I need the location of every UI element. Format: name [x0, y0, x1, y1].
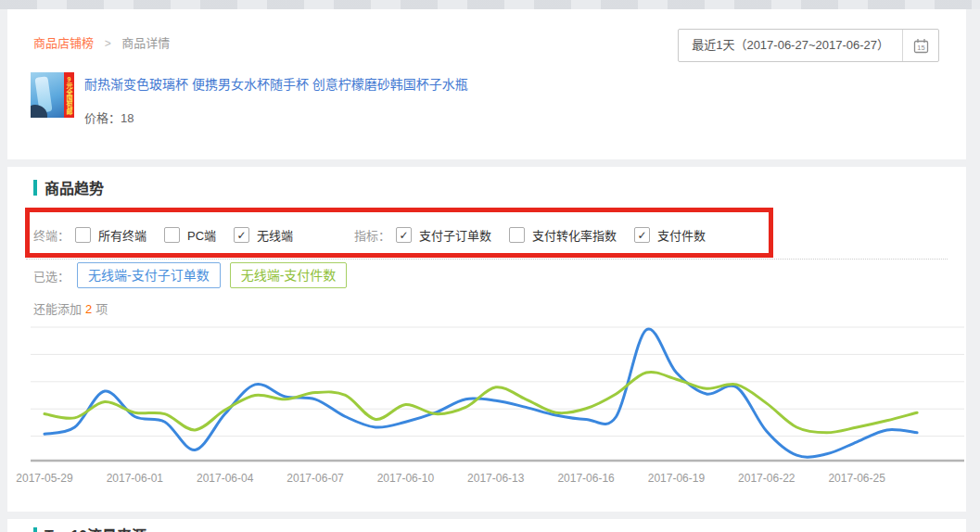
- checkbox-option[interactable]: 支付转化率指数: [509, 226, 617, 244]
- unchecked-checkbox-icon[interactable]: [509, 227, 525, 243]
- breadcrumb-item-rank[interactable]: 商品店铺榜: [33, 36, 94, 50]
- section-accent-bar: [33, 527, 37, 532]
- x-axis-tick-label: 2017-06-07: [286, 472, 343, 485]
- checkbox-option[interactable]: ✓支付件数: [634, 226, 706, 244]
- checked-checkbox-icon[interactable]: ✓: [396, 227, 412, 243]
- x-axis-tick-label: 2017-06-13: [467, 472, 524, 485]
- trend-line-chart[interactable]: [31, 320, 964, 463]
- date-range-picker[interactable]: 最近1天（2017-06-27~2017-06-27） 15: [678, 29, 939, 62]
- product-promo-badge: 9元全国包邮: [64, 72, 74, 118]
- selected-metric-tag[interactable]: 无线端-支付件数: [230, 262, 348, 288]
- product-summary: 9元全国包邮 耐热渐变色玻璃杯 便携男女水杯随手杯 创意柠檬磨砂韩国杯子水瓶 价…: [31, 72, 468, 126]
- x-axis-tick-label: 2017-06-22: [738, 472, 795, 485]
- product-thumbnail[interactable]: 9元全国包邮: [31, 72, 74, 118]
- checked-checkbox-icon[interactable]: ✓: [234, 227, 249, 243]
- remaining-quota-text: 还能添加2项: [33, 299, 108, 317]
- next-section-card: Top10流量来源: [7, 519, 966, 532]
- checkbox-option[interactable]: PC端: [164, 226, 216, 244]
- x-axis-tick-label: 2017-06-25: [828, 472, 885, 485]
- svg-text:15: 15: [917, 44, 924, 52]
- breadcrumb: 商品店铺榜 > 商品详情: [33, 33, 170, 51]
- checkbox-option[interactable]: ✓无线端: [234, 226, 293, 244]
- next-section-title: Top10流量来源: [45, 524, 146, 532]
- x-axis-tick-label: 2017-05-29: [16, 472, 72, 485]
- product-price: 价格：18: [84, 108, 468, 126]
- x-axis-tick-label: 2017-06-10: [377, 472, 434, 485]
- selected-metric-tag[interactable]: 无线端-支付子订单数: [77, 262, 221, 288]
- series-line-blue: [45, 329, 917, 457]
- breadcrumb-separator: >: [105, 37, 111, 50]
- checkbox-option-label: 支付件数: [657, 226, 706, 244]
- series-line-green: [45, 372, 917, 432]
- checkbox-option[interactable]: 所有终端: [75, 226, 146, 244]
- x-axis-tick-label: 2017-06-04: [197, 472, 253, 485]
- sycm-item-trend-page: 商品店铺榜 > 商品详情 最近1天（2017-06-27~2017-06-27）…: [0, 0, 980, 532]
- top-watermark-strip: [0, 0, 980, 9]
- selected-label: 已选：: [33, 267, 70, 285]
- unchecked-checkbox-icon[interactable]: [75, 227, 91, 243]
- filter-row-divider: [26, 259, 948, 260]
- unchecked-checkbox-icon[interactable]: [164, 227, 180, 243]
- remaining-count: 2: [85, 302, 92, 316]
- checkbox-option-label: 支付子订单数: [419, 226, 491, 244]
- terminal-options: 所有终端PC端✓无线端: [75, 226, 311, 244]
- header-card: 商品店铺榜 > 商品详情 最近1天（2017-06-27~2017-06-27）…: [7, 9, 966, 159]
- metric-options: ✓支付子订单数支付转化率指数✓支付件数: [396, 226, 723, 244]
- product-title-link[interactable]: 耐热渐变色玻璃杯 便携男女水杯随手杯 创意柠檬磨砂韩国杯子水瓶: [84, 74, 468, 93]
- metric-filter-label: 指标：: [354, 226, 390, 244]
- checked-checkbox-icon[interactable]: ✓: [634, 227, 650, 243]
- selected-tags: 无线端-支付子订单数无线端-支付件数: [77, 262, 356, 288]
- terminal-filter-label: 终端：: [33, 226, 70, 244]
- date-range-label: 最近1天（2017-06-27~2017-06-27）: [679, 30, 902, 61]
- checkbox-option-label: 无线端: [257, 226, 293, 244]
- checkbox-option-label: 所有终端: [98, 226, 146, 244]
- selected-metrics-row: 已选： 无线端-支付子订单数无线端-支付件数: [33, 262, 356, 288]
- section-accent-bar: [33, 180, 37, 196]
- x-axis-tick-label: 2017-06-19: [648, 472, 705, 485]
- checkbox-option-label: PC端: [187, 226, 216, 244]
- terminal-filter-group: 终端： 所有终端PC端✓无线端: [33, 226, 311, 244]
- breadcrumb-current: 商品详情: [121, 36, 170, 50]
- x-axis-tick-label: 2017-06-16: [557, 472, 614, 485]
- metric-filter-group: 指标： ✓支付子订单数支付转化率指数✓支付件数: [354, 226, 723, 244]
- checkbox-option[interactable]: ✓支付子订单数: [396, 226, 491, 244]
- x-axis-tick-label: 2017-06-01: [107, 472, 163, 485]
- trend-section-title: 商品趋势: [45, 176, 104, 198]
- checkbox-option-label: 支付转化率指数: [532, 226, 617, 244]
- chart-x-axis-labels: 2017-05-292017-06-012017-06-042017-06-07…: [31, 472, 964, 487]
- calendar-icon[interactable]: 15: [903, 30, 938, 61]
- trend-card: 商品趋势 终端： 所有终端PC端✓无线端 指标： ✓支付子订单数支付转化率指数✓…: [7, 167, 966, 512]
